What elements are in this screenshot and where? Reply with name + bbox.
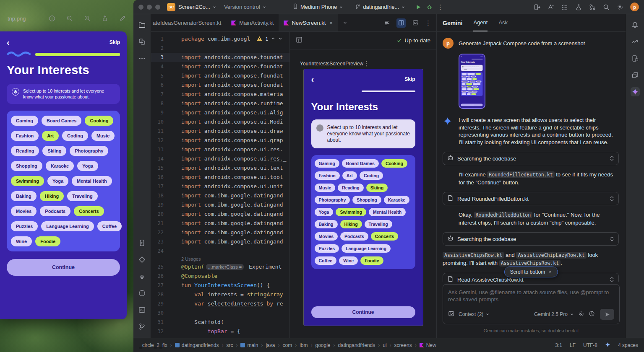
- layout-inspector-icon[interactable]: [631, 70, 640, 80]
- interest-chip[interactable]: Wine: [339, 256, 358, 265]
- interest-chip[interactable]: Photography: [70, 146, 108, 156]
- close-tab-icon[interactable]: ×: [329, 20, 333, 26]
- pull-request-icon[interactable]: [589, 3, 596, 11]
- interest-chip[interactable]: Art: [42, 131, 59, 141]
- device-mirroring-icon[interactable]: [533, 3, 541, 11]
- interest-chip[interactable]: Karaoke: [384, 196, 409, 204]
- interest-chip[interactable]: Yoga: [315, 208, 334, 216]
- interest-chip[interactable]: Reading: [338, 184, 363, 192]
- next-problem-icon[interactable]: [278, 36, 282, 42]
- interest-chip[interactable]: Hiking: [40, 191, 64, 201]
- device-explorer-icon[interactable]: [631, 54, 640, 63]
- gemini-chat[interactable]: pGenerate Jetpack Compose code from a sc…: [437, 32, 626, 282]
- run-button[interactable]: [415, 3, 422, 11]
- interest-chip[interactable]: Board Games: [42, 116, 82, 126]
- share-icon[interactable]: [101, 15, 109, 22]
- branch-selector[interactable]: datingandfrie...: [355, 3, 405, 10]
- interest-chip[interactable]: Swimming: [11, 176, 44, 186]
- more-actions-icon[interactable]: ⋮: [437, 4, 443, 10]
- interest-chip[interactable]: Art: [342, 171, 357, 180]
- interest-chip[interactable]: Fashion: [315, 171, 340, 180]
- interest-chip[interactable]: Music: [315, 184, 336, 192]
- close-window-icon[interactable]: [138, 5, 143, 10]
- interest-chip[interactable]: Puzzles: [315, 244, 339, 253]
- interest-chip[interactable]: Mental Health: [369, 208, 406, 216]
- breadcrumb-item[interactable]: datingandfriends: [175, 342, 219, 348]
- interest-chip[interactable]: Fashion: [11, 131, 39, 141]
- editor-options-icon[interactable]: ⋮: [425, 20, 431, 26]
- continue-button[interactable]: Continue: [7, 259, 120, 276]
- back-chevron-icon[interactable]: ‹: [7, 39, 10, 45]
- interest-chip[interactable]: Baking: [11, 191, 37, 201]
- context-selector[interactable]: Context (2): [459, 311, 490, 317]
- edit-icon[interactable]: [119, 15, 126, 22]
- breadcrumb-item[interactable]: src: [226, 342, 233, 348]
- interest-chip[interactable]: Shopping: [352, 196, 381, 204]
- interest-chip[interactable]: Skiing: [42, 146, 66, 156]
- interest-chip[interactable]: Concerts: [371, 232, 399, 241]
- running-devices-icon[interactable]: [138, 238, 147, 247]
- app-quality-insights-icon[interactable]: [138, 272, 147, 281]
- vcs-widget[interactable]: Version control: [224, 4, 266, 10]
- model-selector[interactable]: Gemini 2.5 Pro: [534, 311, 574, 317]
- tool-card-read[interactable]: Read RoundedFilledButton.kt: [443, 192, 619, 205]
- gemini-toolwindow-icon[interactable]: [631, 87, 640, 96]
- zoom-out-icon[interactable]: [66, 15, 73, 22]
- view-code-icon[interactable]: [382, 18, 391, 28]
- interest-chip[interactable]: Foodie: [360, 256, 383, 265]
- interest-chip[interactable]: Hiking: [340, 220, 362, 228]
- tab-dateideasgeneratorscreen[interactable]: ateIdeasGeneratorScreen.kt: [152, 14, 226, 31]
- version-control-icon[interactable]: [138, 322, 147, 331]
- settings-icon[interactable]: [616, 3, 624, 11]
- ai-rename-icon[interactable]: [547, 3, 555, 11]
- expand-collapse-icon[interactable]: [610, 236, 614, 242]
- preview-layout-icon[interactable]: [296, 36, 302, 44]
- breadcrumb-item[interactable]: ibm: [300, 342, 308, 348]
- interest-chip[interactable]: Language Learning: [41, 221, 94, 231]
- scroll-to-bottom-button[interactable]: Scroll to bottom: [504, 267, 558, 277]
- interest-chip[interactable]: Podcasts: [340, 232, 368, 241]
- interest-chip[interactable]: Coffee: [97, 221, 122, 231]
- expand-collapse-icon[interactable]: [610, 277, 614, 282]
- breadcrumb-item[interactable]: google: [315, 342, 330, 348]
- info-icon[interactable]: [48, 15, 56, 22]
- continue-button[interactable]: Continue: [311, 306, 415, 318]
- skip-button[interactable]: Skip: [404, 76, 415, 82]
- interest-chip[interactable]: Foodie: [35, 236, 60, 246]
- interest-chip[interactable]: Skiing: [366, 184, 388, 192]
- breadcrumb-item[interactable]: java: [266, 342, 275, 348]
- breadcrumb-item[interactable]: _circle_2_fix: [139, 342, 167, 348]
- interest-chip[interactable]: Movies: [11, 206, 37, 216]
- app-inspection-icon[interactable]: [138, 255, 147, 264]
- attach-image-icon[interactable]: [448, 311, 454, 318]
- project-selector[interactable]: Screen2Co...: [178, 4, 216, 10]
- code-editor[interactable]: 1package com.ibm.googl23import androidx.…: [151, 32, 289, 338]
- skip-button[interactable]: Skip: [110, 39, 120, 45]
- project-tool-icon[interactable]: [138, 20, 147, 29]
- breadcrumb-item[interactable]: ui: [383, 342, 386, 348]
- breadcrumb-item[interactable]: New: [420, 342, 436, 348]
- interest-chip[interactable]: Shopping: [11, 161, 42, 171]
- usages-hint[interactable]: 2 Usages: [151, 256, 289, 262]
- maximize-window-icon[interactable]: [155, 5, 160, 10]
- tab-ask[interactable]: Ask: [498, 14, 508, 31]
- gemini-settings-icon[interactable]: [578, 311, 584, 318]
- expand-collapse-icon[interactable]: [610, 155, 614, 161]
- interest-chip[interactable]: Coding: [360, 171, 383, 180]
- build-analyzer-icon[interactable]: [575, 3, 582, 11]
- interest-chip[interactable]: Gaming: [315, 159, 339, 168]
- history-icon[interactable]: [589, 311, 595, 318]
- inspections-widget[interactable]: 1: [254, 35, 285, 43]
- breadcrumb-item[interactable]: screens: [394, 342, 412, 348]
- tool-card-search[interactable]: Searching the codebase: [443, 232, 619, 246]
- interest-chip[interactable]: Traveling: [365, 220, 392, 228]
- interest-chip[interactable]: Traveling: [67, 191, 97, 201]
- tab-newscreen[interactable]: NewScreen.kt×: [279, 14, 338, 31]
- interest-chip[interactable]: Gaming: [11, 116, 38, 126]
- window-controls[interactable]: [138, 5, 160, 10]
- task-list-icon[interactable]: [561, 3, 568, 11]
- search-icon[interactable]: [602, 3, 610, 11]
- view-split-icon[interactable]: [396, 18, 406, 28]
- tab-mainactivity[interactable]: MainActivity.kt: [226, 14, 279, 31]
- preview-phone[interactable]: ‹ Skip Your Interests Select up to 10 in…: [303, 69, 423, 326]
